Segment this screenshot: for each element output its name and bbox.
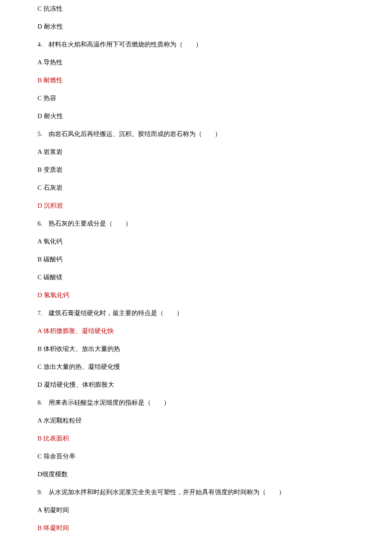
text-line: B 体积收缩大、放出大量的热 (37, 345, 355, 353)
text-line: C 放出大量的热、凝结硬化慢 (37, 362, 355, 371)
text-line: 8. 用来表示硅酸盐水泥细度的指标是（ ） (37, 398, 355, 407)
text-line: A 导热性 (37, 58, 355, 67)
text-line: C 筛余百分率 (37, 452, 355, 461)
text-line: 9. 从水泥加水拌和时起到水泥浆完全失去可塑性，并开始具有强度的时间称为（ ） (37, 488, 355, 497)
text-line: D细度模数 (37, 470, 355, 479)
text-line: D 耐水性 (37, 22, 355, 31)
answer-option: A 体积微膨胀、凝结硬化快 (37, 327, 355, 336)
text-line: D 凝结硬化慢、体积膨胀大 (37, 380, 355, 389)
text-line: C 石灰岩 (37, 183, 355, 192)
text-line: C 热容 (37, 94, 355, 103)
answer-option: B 终凝时间 (37, 524, 355, 533)
text-line: 4. 材料在火焰和高温作用下可否燃烧的性质称为（ ） (37, 40, 355, 49)
text-lines-container: C 抗冻性D 耐水性4. 材料在火焰和高温作用下可否燃烧的性质称为（ ）A 导热… (37, 4, 355, 533)
text-line: 7. 建筑石膏凝结硬化时，最主要的特点是（ ） (37, 309, 355, 318)
text-line: C 碳酸镁 (37, 273, 355, 282)
text-line: A 水泥颗粒粒径 (37, 416, 355, 425)
answer-option: D 沉积岩 (37, 201, 355, 210)
text-line: A 岩浆岩 (37, 148, 355, 156)
page-content: C 抗冻性D 耐水性4. 材料在火焰和高温作用下可否燃烧的性质称为（ ）A 导热… (0, 0, 392, 559)
answer-option: B 耐燃性 (37, 76, 355, 85)
text-line: A 初凝时间 (37, 506, 355, 515)
text-line: 5. 由岩石风化后再经搬运、沉积、胶结而成的岩石称为（ ） (37, 130, 355, 139)
text-line: B 变质岩 (37, 165, 355, 174)
text-line: C 抗冻性 (37, 4, 355, 13)
answer-option: D 氢氧化钙 (37, 291, 355, 300)
text-line: B 碳酸钙 (37, 255, 355, 264)
text-line: A 氧化钙 (37, 237, 355, 246)
answer-option: B 比表面积 (37, 434, 355, 443)
text-line: 6. 熟石灰的主要成分是（ ） (37, 219, 355, 228)
text-line: D 耐火性 (37, 112, 355, 121)
